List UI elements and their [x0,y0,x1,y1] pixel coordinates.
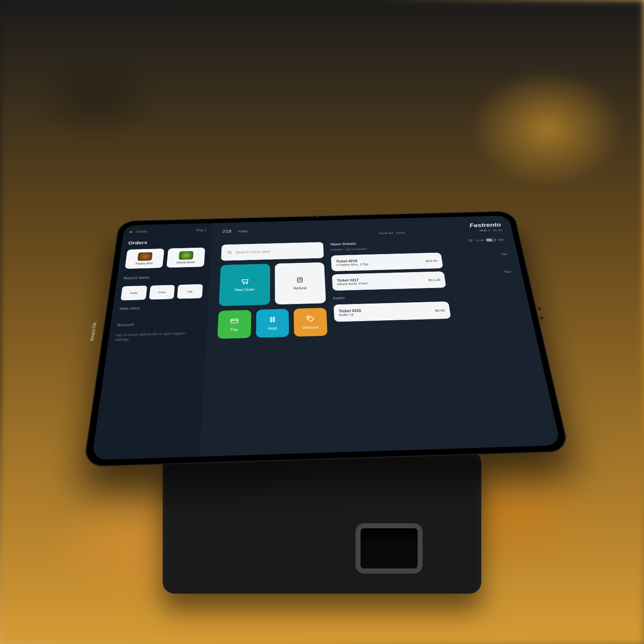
recent-item[interactable]: Rolls [121,286,147,300]
pos-screen: Online Reg 1 Orders Pastry Box Mixed Bow… [92,216,561,460]
svg-rect-9 [270,317,272,322]
sidebar-section-desc: Tap to switch staff profile or open regi… [115,331,200,342]
register-label: Reg 1 [196,229,206,232]
svg-point-0 [228,251,231,253]
screen-bezel: Online Reg 1 Orders Pastry Box Mixed Bow… [92,216,561,460]
svg-line-1 [230,253,231,254]
header-figures: 218 today [222,229,248,234]
order-amount: $9.00 [435,308,445,312]
search-placeholder: Search menu item [236,249,271,254]
front-camera [316,215,319,217]
battery-label: 72% [497,238,504,241]
shift-label: Shift A · 11:42 [479,229,502,232]
order-amount: $11.20 [428,278,440,282]
search-input[interactable]: Search menu item [221,242,324,261]
order-card[interactable]: Ticket #217 Mixed Bowl, Fries $11.20 [332,271,446,291]
order-amount: $14.50 [426,259,438,262]
featured-item[interactable]: Mixed Bowl [166,247,205,267]
cart-icon [241,278,250,285]
online-indicator-icon [130,231,132,233]
sidebar-section-label: Account [117,321,200,327]
pause-icon [268,316,277,323]
store-name: Kiosk 04 · Front [379,231,405,235]
sidebar-subheading: Recent items [123,274,203,280]
food-thumb-icon [138,252,153,261]
refund-tile[interactable]: Refund [275,262,326,305]
orders-subheading: 3 active · tap to resume [330,245,440,251]
clock-row: 11:42 72% [468,238,504,242]
svg-rect-10 [273,317,275,322]
view-menu-link[interactable]: View menu [119,305,202,311]
tile-label: Discount [302,325,319,330]
recent-item-label: Dip [187,290,192,293]
featured-items: Pastry Box Mixed Bowl [125,247,205,269]
featured-item-label: Mixed Bowl [176,261,195,264]
orders-column: Open tickets 3 active · tap to resume Ti… [330,239,470,443]
receipt-icon [296,276,305,283]
tile-label: Pay [231,327,238,331]
header-count-note: today [238,230,248,233]
header-count: 218 [222,229,231,234]
order-detail: Mixed Bowl, Fries [337,281,368,286]
main-header: 218 today Festrento Kiosk 04 · Front Shi… [222,222,502,239]
recent-item[interactable]: Fries [149,285,175,299]
recent-item[interactable]: Dip [177,284,203,299]
actions-column: Search menu item New Order [212,242,332,447]
orders-divider: Earlier [333,293,447,300]
battery-icon [486,239,495,242]
main-panel: 218 today Festrento Kiosk 04 · Front Shi… [200,216,561,457]
content-row: Search menu item New Order [212,237,547,447]
tile-label: Refund [293,286,306,290]
featured-item-label: Pastry Box [135,262,153,265]
sidebar-title: Orders [128,239,206,246]
food-thumb-icon [179,251,194,260]
featured-item[interactable]: Pastry Box [125,249,164,269]
pos-tablet: RestroTek Online Reg 1 Orders Pastry Box [83,211,569,467]
card-icon [230,317,239,325]
stat-tips: Tips [504,270,511,273]
recent-items-row: Rolls Fries Dip [121,284,203,301]
svg-point-2 [243,283,244,284]
status-text: Online [136,230,148,233]
svg-point-3 [246,283,247,283]
clock-time: 11:42 [475,239,484,242]
recent-item-label: Fries [158,291,166,293]
svg-rect-7 [231,319,238,323]
order-detail: 2 Pastry Box, 1 Dip [336,262,369,267]
order-detail: Rolls ×3 [339,312,361,317]
order-card[interactable]: Ticket #218 2 Pastry Box, 1 Dip $14.50 [331,252,443,271]
discount-tile[interactable]: Discount [294,308,328,337]
status-row: Online Reg 1 [130,229,206,234]
orders-heading: Open tickets [330,239,439,246]
order-card[interactable]: Ticket #215 Rolls ×3 $9.00 [333,301,451,322]
pos-stand [163,451,481,594]
svg-point-11 [308,317,309,318]
clock-icon [468,239,473,242]
pay-tile[interactable]: Pay [217,310,251,339]
hold-tile[interactable]: Hold [256,309,289,338]
stand-card-slot [356,523,423,574]
new-order-tile[interactable]: New Order [219,264,270,306]
tag-icon [306,315,315,322]
tile-label: Hold [268,327,277,331]
recent-item-label: Rolls [130,291,138,294]
stat-net: Net [501,252,508,255]
tile-label: New Order [235,288,254,292]
search-icon [227,250,233,254]
